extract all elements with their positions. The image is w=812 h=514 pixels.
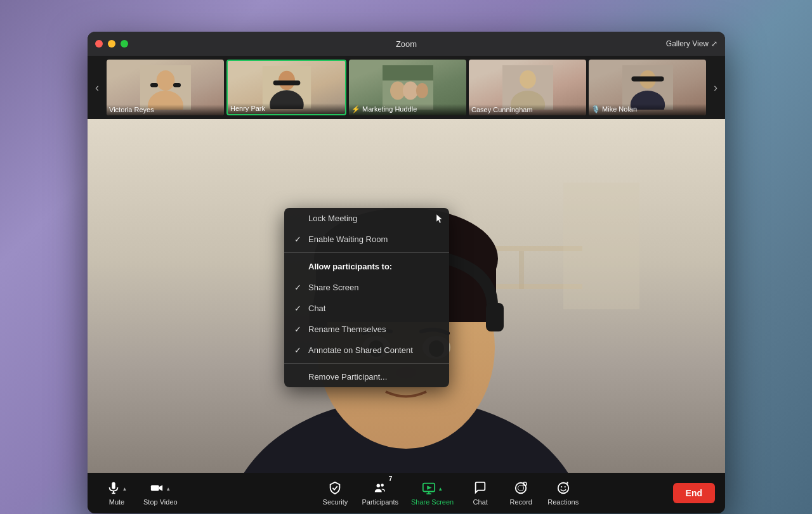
mute-arrow[interactable]: ▲ <box>122 486 128 492</box>
video-arrow[interactable]: ▲ <box>166 486 171 492</box>
mute-label: Mute <box>109 498 124 506</box>
svg-rect-13 <box>383 65 433 80</box>
prev-nav-button[interactable]: ‹ <box>88 60 107 115</box>
titlebar: Zoom Gallery View ⤢ <box>88 32 725 56</box>
toolbar-left: ▲ Mute ▲ Stop Video <box>98 479 183 508</box>
svg-point-53 <box>564 486 565 487</box>
svg-rect-39 <box>112 482 115 489</box>
microphone-icon <box>107 481 121 495</box>
marketing-video-feed <box>361 65 455 110</box>
svg-rect-20 <box>631 76 664 81</box>
rename-check: ✓ <box>294 324 303 334</box>
next-nav-button[interactable]: › <box>706 60 725 115</box>
menu-item-remove-participant[interactable]: Remove Participant... <box>284 366 449 387</box>
share-screen-label: Share Screen <box>411 498 454 506</box>
close-button[interactable] <box>95 40 103 48</box>
thumbnail-victoria-reyes[interactable]: Victoria Reyes <box>107 60 224 115</box>
allow-participants-header: Allow participants to: <box>284 255 449 277</box>
svg-point-49 <box>518 485 524 491</box>
participants-button[interactable]: 7 Participants <box>357 479 403 508</box>
svg-rect-42 <box>151 485 159 491</box>
svg-point-12 <box>416 83 428 98</box>
security-button[interactable]: Security <box>316 479 354 508</box>
share-screen-check: ✓ <box>294 283 303 292</box>
menu-item-chat[interactable]: ✓ Chat <box>284 298 449 319</box>
svg-rect-26 <box>563 183 639 309</box>
gallery-view-label: Gallery View <box>666 39 709 48</box>
marketing-icon: ⚡ <box>351 105 360 113</box>
menu-divider-1 <box>284 252 449 253</box>
svg-rect-4 <box>173 83 180 87</box>
minimize-button[interactable] <box>108 40 115 48</box>
stop-video-label: Stop Video <box>143 498 178 506</box>
chat-icon <box>473 481 487 497</box>
thumb-label-casey: Casey Cunningham <box>469 105 586 115</box>
record-button[interactable]: Record <box>502 479 540 508</box>
toolbar: ▲ Mute ▲ Stop Video <box>88 473 725 513</box>
thumbnail-marketing-huddle[interactable]: ⚡ Marketing Huddle <box>349 60 466 115</box>
video-icon <box>150 481 164 497</box>
svg-rect-8 <box>273 80 300 86</box>
zoom-window: Zoom Gallery View ⤢ ‹ Victoria <box>88 32 725 513</box>
svg-rect-3 <box>150 83 158 87</box>
thumbnail-henry-park[interactable]: Henry Park <box>226 60 346 115</box>
stop-video-button[interactable]: ▲ Stop Video <box>138 479 183 508</box>
mute-button[interactable]: ▲ Mute <box>98 479 136 508</box>
record-icon <box>514 481 528 497</box>
gallery-view-button[interactable]: Gallery View ⤢ <box>666 39 717 48</box>
victoria-video-feed <box>119 65 213 110</box>
reactions-label: Reactions <box>547 498 579 506</box>
svg-rect-33 <box>486 303 504 331</box>
share-screen-button[interactable]: ▲ Share Screen <box>406 479 459 508</box>
waiting-room-check: ✓ <box>294 235 303 244</box>
thumb-label-mike: 🎙️ Mike Nolan <box>589 104 706 115</box>
share-screen-arrow[interactable]: ▲ <box>438 486 443 492</box>
svg-point-11 <box>403 81 418 100</box>
svg-point-1 <box>156 70 174 91</box>
henry-video-feed <box>240 66 334 108</box>
people-icon <box>373 481 387 495</box>
main-video-area: Lock Meeting ✓ Enable Waiting Room Allow… <box>88 119 725 473</box>
chat-bubble-icon <box>473 481 487 495</box>
svg-point-15 <box>520 70 536 89</box>
thumbnail-mike-nolan[interactable]: 🎙️ Mike Nolan <box>589 60 706 115</box>
menu-item-lock-meeting[interactable]: Lock Meeting <box>284 208 449 229</box>
mike-video-feed <box>601 65 695 110</box>
menu-item-enable-waiting-room[interactable]: ✓ Enable Waiting Room <box>284 229 449 250</box>
menu-item-annotate[interactable]: ✓ Annotate on Shared Content <box>284 340 449 361</box>
record-circle-icon <box>514 481 528 495</box>
share-screen-icon <box>422 481 436 497</box>
svg-point-48 <box>516 482 527 493</box>
traffic-lights <box>95 40 128 48</box>
casey-video-feed <box>481 65 575 110</box>
cursor-icon <box>435 213 444 224</box>
allow-participants-label: Allow participants to: <box>308 262 392 271</box>
menu-divider-2 <box>284 363 449 364</box>
menu-item-rename-themselves[interactable]: ✓ Rename Themselves <box>284 319 449 340</box>
chat-check: ✓ <box>294 304 303 313</box>
menu-item-share-screen[interactable]: ✓ Share Screen <box>284 277 449 298</box>
svg-marker-43 <box>159 485 162 491</box>
reactions-button[interactable]: Reactions <box>542 479 584 508</box>
security-icon <box>328 481 342 497</box>
thumbnail-strip: ‹ Victoria Reyes <box>88 56 725 119</box>
remove-participant-label: Remove Participant... <box>308 372 387 382</box>
svg-point-51 <box>558 482 568 493</box>
svg-marker-47 <box>427 485 431 489</box>
chat-label: Chat <box>473 498 488 506</box>
annotate-check: ✓ <box>294 345 303 355</box>
chat-button[interactable]: Chat <box>461 479 499 508</box>
record-label: Record <box>509 498 532 506</box>
chat-label: Chat <box>308 304 325 313</box>
emoji-icon <box>556 481 570 495</box>
thumbnail-casey-cunningham[interactable]: Casey Cunningham <box>469 60 586 115</box>
maximize-button[interactable] <box>121 40 128 48</box>
security-label: Security <box>323 498 348 506</box>
thumb-label-victoria: Victoria Reyes <box>107 105 224 115</box>
participants-label: Participants <box>362 498 398 506</box>
end-button[interactable]: End <box>673 483 715 503</box>
participants-count-badge: 7 <box>389 476 393 482</box>
svg-rect-25 <box>519 251 524 289</box>
toolbar-center: Security 7 Participants <box>316 479 584 508</box>
window-title: Zoom <box>396 39 417 49</box>
